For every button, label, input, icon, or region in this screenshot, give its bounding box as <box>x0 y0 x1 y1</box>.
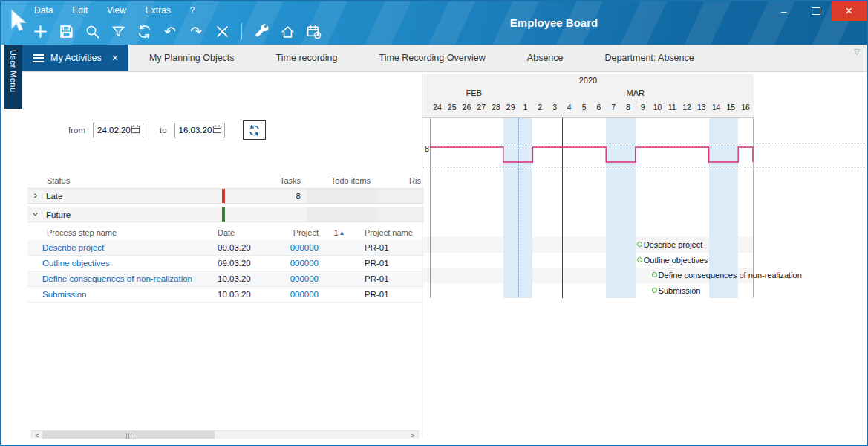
to-date-value: 16.03.20 <box>179 126 212 135</box>
to-date-input[interactable]: 16.03.20 <box>174 123 225 138</box>
planning-board-icon <box>306 24 322 39</box>
apply-range-button[interactable] <box>243 120 266 140</box>
tools-icon <box>254 24 270 39</box>
process-row[interactable]: Describe project09.03.20000000PR-01 <box>27 240 424 256</box>
gantt-day-label: 12 <box>679 103 694 112</box>
delete-icon <box>215 24 230 39</box>
tab-absence[interactable]: Absence <box>506 45 584 71</box>
menu-help[interactable]: ? <box>190 5 195 16</box>
process-step-link[interactable]: Describe project <box>42 243 213 252</box>
project-column-header[interactable]: Project <box>273 228 324 237</box>
process-step-link[interactable]: Define consequences of non-realization <box>42 274 213 283</box>
expand-icon[interactable] <box>27 193 42 199</box>
menu-view[interactable]: View <box>107 5 126 16</box>
sort-indicator[interactable]: 1 ▲ <box>324 228 354 237</box>
detail-header: Process step name Date Project 1 ▲ Proje… <box>27 225 424 240</box>
home-button[interactable] <box>278 22 296 41</box>
tab-overflow-icon[interactable]: ▽ <box>854 48 860 71</box>
close-tab-icon[interactable]: × <box>112 52 118 64</box>
collapse-icon[interactable] <box>27 211 42 218</box>
task-marker[interactable] <box>652 288 657 293</box>
toolbar-separator <box>241 23 242 39</box>
from-date-input[interactable]: 24.02.20 <box>93 123 143 138</box>
task-marker[interactable] <box>637 242 642 247</box>
task-marker[interactable] <box>637 257 642 262</box>
risks-cell <box>378 189 424 203</box>
project-link[interactable]: 000000 <box>273 259 324 268</box>
tasks-column-header[interactable]: Tasks <box>225 176 307 185</box>
project-link[interactable]: 000000 <box>273 290 324 299</box>
todo-items-column-header[interactable]: Todo items <box>307 176 378 185</box>
tab-my-activities[interactable]: My Activities× <box>22 45 128 71</box>
gantt-month-label: FEB <box>430 88 518 97</box>
risks-column-header[interactable]: Ris <box>378 176 424 185</box>
gantt-day-label: 29 <box>503 103 518 112</box>
calendar-icon[interactable] <box>131 123 140 137</box>
project-link[interactable]: 000000 <box>273 243 324 252</box>
gantt-day-label: 7 <box>606 103 621 112</box>
delete-button[interactable] <box>213 22 231 41</box>
scroll-left-arrow[interactable]: < <box>32 431 42 439</box>
tools-button[interactable] <box>252 22 270 41</box>
gantt-task-label[interactable]: Outline objectives <box>644 256 708 265</box>
refresh-button[interactable] <box>135 22 153 41</box>
status-color-bar <box>222 207 225 222</box>
user-menu-tab[interactable]: User Menu <box>4 45 22 109</box>
gantt-day-label: 6 <box>592 103 607 112</box>
gantt-day-label: 26 <box>460 103 474 112</box>
tab-department-absence[interactable]: Department: Absence <box>584 45 715 71</box>
close-button[interactable]: × <box>832 1 867 21</box>
process-step-link[interactable]: Outline objectives <box>42 259 213 268</box>
gantt-task-label[interactable]: Submission <box>659 286 701 295</box>
maximize-button[interactable] <box>800 1 832 21</box>
project-name-cell: PR-01 <box>354 274 424 283</box>
filter-icon <box>111 24 126 39</box>
process-row[interactable]: Outline objectives09.03.20000000PR-01 <box>27 256 424 271</box>
status-column-header[interactable]: Status <box>42 176 222 185</box>
hamburger-icon[interactable] <box>33 54 44 62</box>
tab-time-recording[interactable]: Time recording <box>255 45 359 71</box>
titlebar: DataEditViewExtras? Employee Board – × ↶… <box>1 1 867 45</box>
tab-my-planning-objects[interactable]: My Planning Objects <box>128 45 255 71</box>
menu-extras[interactable]: Extras <box>146 5 171 16</box>
scroll-right-arrow[interactable]: > <box>408 431 418 439</box>
gantt-day-label: 2 <box>532 103 547 112</box>
redo-button[interactable]: ↷ <box>187 22 205 41</box>
project-name-cell: PR-01 <box>354 259 424 268</box>
date-column-header[interactable]: Date <box>213 228 273 237</box>
minimize-button[interactable]: – <box>768 1 800 21</box>
gantt-task-label[interactable]: Define consequences of non-realization <box>659 271 802 279</box>
filter-button[interactable] <box>109 22 127 41</box>
process-row[interactable]: Submission10.03.20000000PR-01 <box>27 287 424 303</box>
status-row-late[interactable]: Late8 <box>27 188 424 204</box>
search-button[interactable] <box>83 22 101 41</box>
status-row-future[interactable]: Future <box>27 207 424 222</box>
window-title: Employee Board <box>510 16 598 29</box>
scrollbar-track[interactable] <box>215 431 408 439</box>
project-name-column-header[interactable]: Project name <box>354 228 424 237</box>
gantt-day-label: 9 <box>636 103 650 112</box>
gantt-day-label: 13 <box>694 103 709 112</box>
task-marker[interactable] <box>652 272 657 277</box>
add-button[interactable] <box>31 22 49 41</box>
process-step-column-header[interactable]: Process step name <box>42 228 213 237</box>
process-step-link[interactable]: Submission <box>42 290 213 299</box>
horizontal-scrollbar[interactable]: < > <box>31 430 419 439</box>
process-row[interactable]: Define consequences of non-realization10… <box>27 271 424 287</box>
gantt-task-label[interactable]: Describe project <box>644 240 702 249</box>
summary-rows: Late8Future <box>27 188 424 222</box>
planning-board-button[interactable] <box>304 22 322 41</box>
calendar-icon[interactable] <box>212 123 222 137</box>
menu-edit[interactable]: Edit <box>72 5 88 16</box>
project-link[interactable]: 000000 <box>273 274 324 283</box>
project-name-cell: PR-01 <box>354 243 424 252</box>
gantt-day-label: 16 <box>738 103 753 112</box>
scrollbar-thumb[interactable] <box>42 431 215 439</box>
tab-time-recording-overview[interactable]: Time Recording Overview <box>359 45 506 71</box>
undo-button[interactable]: ↶ <box>161 22 179 41</box>
date-cell: 09.03.20 <box>213 259 273 268</box>
save-button[interactable] <box>57 22 75 41</box>
menubar: DataEditViewExtras? <box>34 5 195 16</box>
menu-data[interactable]: Data <box>34 5 53 16</box>
tab-bar: My Activities×My Planning ObjectsTime re… <box>22 45 867 72</box>
